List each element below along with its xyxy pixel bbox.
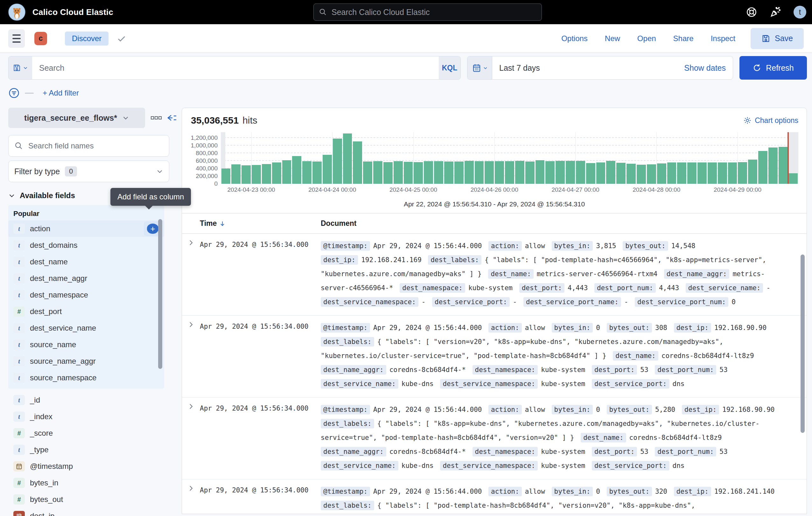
histogram-bar[interactable] — [525, 162, 534, 184]
histogram-bar[interactable] — [282, 160, 291, 184]
field-item-dest_ip[interactable]: IPdest_ip — [8, 508, 164, 516]
doc-field-key[interactable]: dest_service_port: — [592, 461, 669, 470]
doc-field-key[interactable]: bytes_in: — [552, 323, 593, 332]
field-item-dest_port[interactable]: #dest_port — [8, 303, 164, 320]
field-item-_id[interactable]: t_id — [8, 392, 164, 408]
histogram-bar[interactable] — [333, 139, 342, 184]
histogram-bar[interactable] — [779, 147, 788, 184]
histogram-bar[interactable] — [383, 162, 393, 184]
doc-field-key[interactable]: dest_name: — [581, 433, 626, 442]
expand-row-icon[interactable] — [182, 239, 200, 250]
doc-field-key[interactable]: dest_service_namespace: — [321, 297, 418, 307]
doc-field-key[interactable]: action: — [488, 487, 522, 496]
time-column-header[interactable]: Time — [200, 219, 226, 228]
expand-row-icon[interactable] — [182, 403, 200, 413]
open-button[interactable]: Open — [637, 34, 656, 43]
histogram-bar[interactable] — [748, 160, 757, 184]
field-item-bytes_out[interactable]: #bytes_out — [8, 491, 164, 508]
histogram-bar[interactable] — [414, 162, 423, 184]
histogram-bar[interactable] — [515, 161, 524, 184]
field-item-dest_service_name[interactable]: tdest_service_name — [8, 320, 164, 336]
doc-field-key[interactable]: dest_port: — [592, 365, 637, 375]
refresh-button[interactable]: Refresh — [740, 56, 807, 80]
histogram-bar[interactable] — [252, 165, 261, 184]
sidebar-scrollbar[interactable] — [158, 219, 162, 369]
doc-field-key[interactable]: @timestamp: — [321, 323, 370, 332]
doc-field-key[interactable]: dest_service_port_num: — [635, 297, 728, 307]
saved-queries-icon[interactable] — [8, 56, 32, 79]
collapse-sidebar-icon[interactable] — [167, 114, 177, 122]
histogram-bar[interactable] — [728, 162, 737, 184]
histogram-bar[interactable] — [465, 161, 474, 184]
histogram-bar[interactable] — [323, 155, 332, 184]
histogram-bar[interactable] — [292, 156, 301, 184]
doc-field-key[interactable]: dest_name: — [488, 269, 533, 279]
doc-field-key[interactable]: dest_port_num: — [594, 283, 656, 293]
inspect-button[interactable]: Inspect — [711, 34, 735, 43]
share-button[interactable]: Share — [673, 34, 694, 43]
doc-field-key[interactable]: dest_service_namespace: — [440, 379, 538, 388]
field-item-bytes_in[interactable]: #bytes_in — [8, 474, 164, 491]
histogram-bar[interactable] — [313, 162, 322, 184]
histogram-bar[interactable] — [637, 165, 646, 184]
doc-field-key[interactable]: bytes_out: — [623, 241, 668, 251]
doc-field-key[interactable]: dest_labels: — [321, 419, 374, 428]
newsfeed-icon[interactable] — [770, 6, 781, 18]
doc-field-key[interactable]: dest_service_namespace: — [440, 461, 538, 470]
global-search[interactable] — [313, 3, 542, 21]
histogram-bar[interactable] — [434, 161, 443, 184]
doc-field-key[interactable]: dest_port: — [519, 283, 564, 293]
histogram-bar[interactable] — [627, 164, 636, 184]
field-item-dest_name[interactable]: tdest_name — [8, 253, 164, 270]
doc-field-key[interactable]: dest_name_aggr: — [321, 447, 386, 457]
field-item-action[interactable]: taction+ — [8, 220, 164, 237]
histogram-bar[interactable] — [789, 173, 798, 184]
doc-field-key[interactable]: dest_service_port: — [432, 297, 510, 307]
histogram-bar[interactable] — [262, 164, 271, 184]
doc-field-key[interactable]: action: — [488, 241, 522, 251]
histogram-bar[interactable] — [535, 160, 545, 184]
time-range-value[interactable]: Last 7 days — [499, 63, 540, 73]
add-filter-button[interactable]: + Add filter — [42, 88, 79, 98]
histogram-bar[interactable] — [718, 162, 727, 184]
histogram-bar[interactable] — [657, 163, 666, 184]
histogram-bar[interactable] — [697, 162, 707, 184]
field-item-dest_name_aggr[interactable]: tdest_name_aggr — [8, 270, 164, 287]
histogram-bar[interactable] — [394, 161, 403, 184]
new-button[interactable]: New — [605, 34, 620, 43]
field-item-_score[interactable]: #_score — [8, 425, 164, 441]
doc-field-key[interactable]: bytes_in: — [552, 241, 593, 251]
histogram-bar[interactable] — [231, 164, 240, 184]
histogram-bar[interactable] — [566, 161, 575, 184]
histogram-bar[interactable] — [576, 161, 585, 184]
histogram-bar[interactable] — [596, 162, 606, 184]
histogram-bar[interactable] — [424, 161, 433, 184]
doc-field-key[interactable]: dest_service_name: — [321, 461, 398, 470]
user-avatar[interactable]: t — [793, 6, 806, 19]
histogram-bar[interactable] — [677, 162, 686, 184]
doc-field-key[interactable]: bytes_out: — [607, 487, 652, 496]
doc-field-key[interactable]: bytes_out: — [607, 323, 652, 332]
doc-field-key[interactable]: bytes_out: — [607, 405, 652, 414]
field-item-source_name[interactable]: tsource_name — [8, 336, 164, 353]
field-search[interactable] — [8, 135, 169, 157]
doc-field-key[interactable]: dest_port_num: — [655, 365, 716, 375]
doc-field-key[interactable]: @timestamp: — [321, 405, 370, 414]
histogram-bar[interactable] — [444, 162, 454, 184]
doc-field-key[interactable]: dest_port_num: — [655, 447, 716, 457]
menu-icon[interactable] — [8, 29, 25, 48]
histogram-bar[interactable] — [485, 161, 494, 184]
histogram-bar[interactable] — [475, 161, 484, 184]
index-pattern-select[interactable]: tigera_secure_ee_flows* — [8, 108, 145, 128]
doc-field-key[interactable]: action: — [488, 323, 522, 332]
histogram-bar[interactable] — [738, 162, 747, 184]
boxes-horizontal-icon[interactable] — [151, 116, 162, 120]
histogram-bar[interactable] — [505, 161, 514, 184]
doc-field-key[interactable]: dest_ip: — [674, 487, 711, 496]
filter-icon[interactable] — [8, 87, 20, 99]
sort-desc-icon[interactable] — [219, 220, 226, 227]
doc-field-key[interactable]: dest_namespace: — [472, 447, 538, 457]
breadcrumb[interactable]: Discover — [65, 31, 109, 46]
doc-field-key[interactable]: @timestamp: — [321, 487, 370, 496]
histogram-bar[interactable] — [616, 163, 626, 184]
